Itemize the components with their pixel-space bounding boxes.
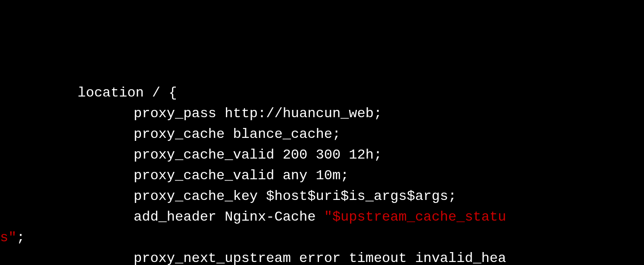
code-line-proxy-cache-valid-1: proxy_cache_valid 200 300 12h; [0,145,644,165]
code-line-proxy-cache-key: proxy_cache_key $host$uri$is_args$args; [0,186,644,207]
string-literal-part1: "$upstream_cache_statu [324,209,506,225]
code-line-proxy-cache-valid-2: proxy_cache_valid any 10m; [0,165,644,186]
code-line-location: location / { [0,83,644,103]
string-literal-part2: s" [0,230,16,246]
add-header-text: add_header Nginx-Cache [134,209,324,225]
code-line-proxy-pass: proxy_pass http://huancun_web; [0,103,644,124]
terminal-code-editor[interactable]: location / {proxy_pass http://huancun_we… [0,83,644,265]
semicolon: ; [16,230,25,246]
code-line-add-header: add_header Nginx-Cache "$upstream_cache_… [0,207,644,228]
code-line-proxy-next-upstream: proxy_next_upstream error timeout invali… [0,248,644,265]
code-line-add-header-wrap: s"; [0,228,644,248]
code-line-proxy-cache: proxy_cache blance_cache; [0,124,644,145]
